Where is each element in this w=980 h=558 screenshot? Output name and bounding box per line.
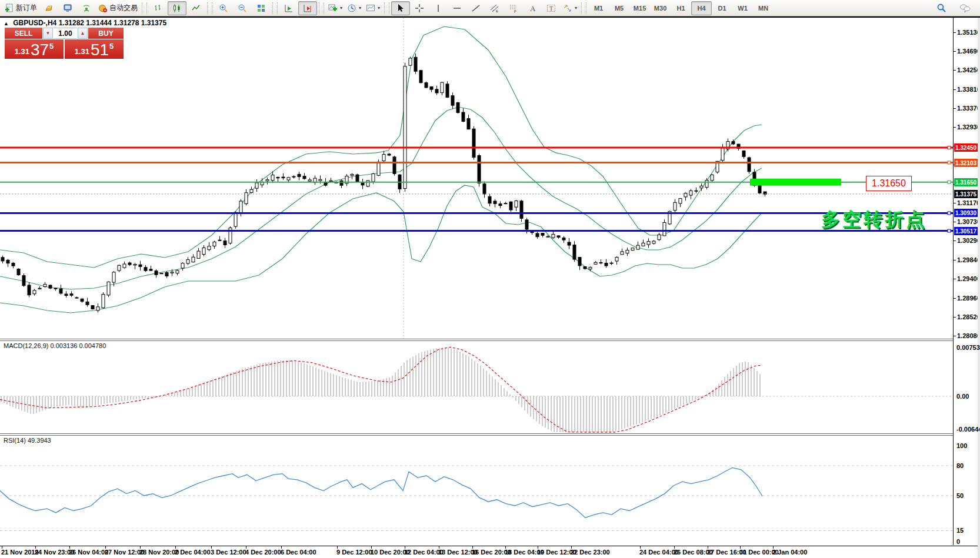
price-tick-mark — [954, 32, 956, 33]
price-tick-mark — [954, 336, 956, 336]
price-tick-label: 1.28960 — [957, 295, 980, 302]
time-tick-label: 28 Nov 20:00 — [139, 549, 179, 556]
macd-rsi-splitter[interactable] — [0, 433, 980, 436]
time-tick-label: 6 Dec 04:00 — [281, 549, 316, 556]
sell-button[interactable]: SELL — [5, 28, 42, 39]
price-tick-mark — [954, 240, 956, 241]
main-macd-splitter[interactable] — [0, 339, 980, 341]
symbol-title: GBPUSD-,H4 — [13, 19, 56, 27]
candlestick-series[interactable] — [1, 54, 766, 312]
price-badge-1.30930: 1.30930 — [954, 209, 978, 217]
buy-price-prefix: 1.31 — [75, 47, 89, 56]
price-tick-label: 1.29400 — [957, 275, 980, 282]
rsi-axis-100: 100 — [956, 442, 967, 449]
rsi-axis-15: 15 — [956, 527, 964, 534]
price-tick-mark — [954, 108, 956, 109]
time-tick-label: 24 Dec 04:00 — [639, 549, 679, 556]
price-badge-1.31375: 1.31375 — [954, 190, 978, 198]
macd-histogram — [1, 348, 760, 432]
time-tick-label: 22 Dec 23:00 — [571, 549, 610, 556]
collapse-panel-icon[interactable]: ▲ — [4, 21, 9, 26]
highlight-rectangle[interactable] — [750, 179, 841, 186]
volume-increase-button[interactable]: ▲ — [78, 28, 88, 39]
price-tick-label: 1.33810 — [957, 86, 980, 93]
buy-button[interactable]: BUY — [88, 28, 124, 39]
macd-axis-max: 0.007538 — [956, 344, 980, 351]
price-tick-mark — [954, 222, 956, 222]
hline-anchor-1.3245[interactable] — [948, 146, 951, 149]
price-badge-1.30517: 1.30517 — [954, 227, 978, 235]
time-tick-label: 26 Nov 04:00 — [69, 549, 108, 556]
bollinger-lower-band[interactable] — [0, 185, 762, 313]
price-tick-label: 1.33370 — [957, 105, 980, 112]
price-tick-label: 1.32930 — [957, 123, 980, 131]
rsi-axis-50: 50 — [956, 492, 964, 499]
hline-anchor-1.3093[interactable] — [948, 212, 951, 215]
time-tick-label: 4 Dec 20:00 — [245, 549, 281, 556]
time-axis[interactable]: 21 Nov 201924 Nov 23:0026 Nov 04:0027 No… — [0, 546, 980, 558]
macd-indicator-label: MACD(12,26,9) 0.003136 0.004780 — [4, 342, 106, 349]
hline-anchor-1.30517[interactable] — [948, 229, 951, 232]
price-tick-mark — [954, 127, 956, 128]
time-tick-label: 9 Dec 12:00 — [336, 549, 372, 556]
macd-axis-zero: 0.00 — [956, 393, 969, 400]
sell-price-sup: 5 — [49, 42, 54, 51]
price-tick-mark — [954, 317, 956, 318]
price-tick-mark — [954, 298, 956, 299]
mt4-window: 新订单自动交易▾▾▾EFAT▾M1M5M15M30H1H4D1W1MN 1.35… — [0, 0, 980, 558]
buy-price-sup: 5 — [109, 42, 114, 51]
price-tick-label: 1.31170 — [957, 199, 980, 206]
price-tick-label: 1.34250 — [957, 66, 980, 73]
price-badge-1.32450: 1.32450 — [954, 143, 978, 152]
price-badge-1.31650: 1.31650 — [954, 178, 978, 186]
time-tick-label: 27 Nov 12:00 — [105, 549, 144, 556]
chart-annotation-text[interactable]: 多空转折点 — [821, 207, 927, 233]
rsi-indicator-label: RSI(14) 49.3943 — [4, 437, 51, 444]
hline-anchor-1.32103[interactable] — [948, 161, 951, 164]
rsi-axis-0: 0 — [956, 538, 960, 545]
symbol-ohlc-line: ▲ GBPUSD-,H4 1.31282 1.31444 1.31278 1.3… — [4, 19, 166, 27]
time-tick-label: 12 Dec 04:00 — [404, 549, 444, 556]
volume-decrease-button[interactable]: ▼ — [43, 28, 53, 39]
price-badge-1.32103: 1.32103 — [954, 159, 978, 167]
buy-price-tile[interactable]: 1.31 51 5 — [65, 39, 124, 59]
price-tick-mark — [954, 203, 956, 203]
ohlc-values: 1.31282 1.31444 1.31278 1.31375 — [59, 19, 167, 27]
price-tick-label: 1.30290 — [957, 237, 980, 244]
buy-price-big: 51 — [91, 42, 109, 58]
price-tick-label: 1.30730 — [957, 218, 980, 225]
price-level-label[interactable]: 1.31650 — [866, 176, 912, 191]
macd-axis-min: -0.006446 — [956, 426, 980, 433]
price-tick-label: 1.29840 — [957, 256, 980, 263]
time-tick-label: 2 Jan 04:00 — [772, 549, 807, 556]
price-tick-mark — [954, 51, 956, 52]
rsi-axis-80: 80 — [956, 462, 964, 469]
price-tick-mark — [954, 279, 956, 279]
chart-surface[interactable] — [0, 0, 980, 558]
price-tick-mark — [954, 89, 956, 90]
sell-price-prefix: 1.31 — [15, 47, 29, 56]
time-tick-label: 21 Nov 2019 — [1, 549, 39, 556]
sell-price-tile[interactable]: 1.31 37 5 — [5, 39, 64, 59]
time-tick-label: 2 Dec 04:00 — [175, 549, 211, 556]
sell-price-big: 37 — [31, 42, 49, 58]
price-tick-label: 1.35130 — [957, 29, 980, 36]
volume-input[interactable] — [54, 28, 77, 39]
price-tick-mark — [954, 70, 956, 71]
bollinger-middle-band[interactable] — [0, 107, 762, 289]
one-click-trading-panel: SELL ▼ ▲ BUY 1.31 37 5 1.31 51 5 — [5, 28, 124, 59]
window-edge — [978, 18, 980, 558]
rsi-line — [0, 467, 762, 517]
price-tick-label: 1.28080 — [957, 332, 980, 339]
time-tick-label: 3 Dec 12:00 — [211, 549, 246, 556]
price-tick-label: 1.28520 — [957, 313, 980, 320]
hline-anchor-1.3165[interactable] — [948, 181, 951, 183]
price-tick-mark — [954, 260, 956, 260]
price-tick-label: 1.34690 — [957, 48, 980, 55]
